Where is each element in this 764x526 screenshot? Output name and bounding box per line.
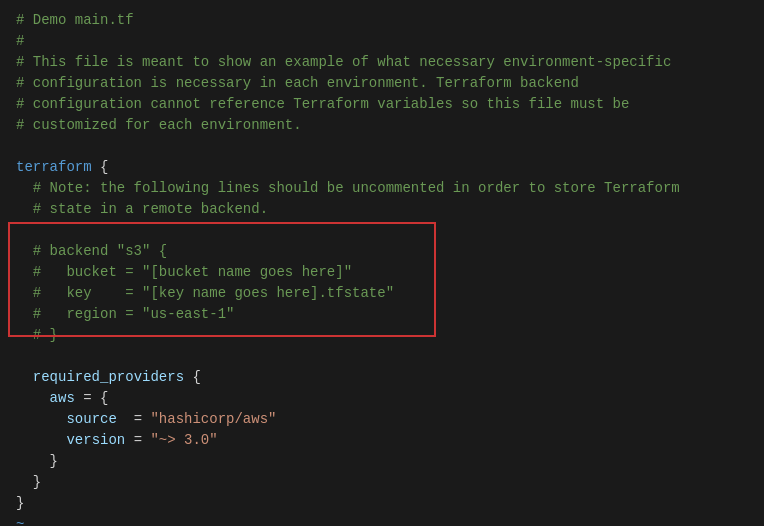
code-line-14: # key = "[key name goes here].tfstate" — [16, 283, 748, 304]
code-line-17 — [16, 346, 748, 367]
code-line-1: # Demo main.tf — [16, 10, 748, 31]
code-line-10: # state in a remote backend. — [16, 199, 748, 220]
code-line-18: required_providers { — [16, 367, 748, 388]
code-line-2: # — [16, 31, 748, 52]
code-line-8: terraform { — [16, 157, 748, 178]
code-line-9: # Note: the following lines should be un… — [16, 178, 748, 199]
code-editor: # Demo main.tf # # This file is meant to… — [0, 0, 764, 526]
code-line-16: # } — [16, 325, 748, 346]
code-line-19: aws = { — [16, 388, 748, 409]
code-line-11 — [16, 220, 748, 241]
code-line-6: # customized for each environment. — [16, 115, 748, 136]
code-line-7 — [16, 136, 748, 157]
code-line-12: # backend "s3" { — [16, 241, 748, 262]
code-line-3: # This file is meant to show an example … — [16, 52, 748, 73]
code-line-15: # region = "us-east-1" — [16, 304, 748, 325]
code-line-25: ~ — [16, 514, 748, 526]
code-line-13: # bucket = "[bucket name goes here]" — [16, 262, 748, 283]
code-line-23: } — [16, 472, 748, 493]
code-line-4: # configuration is necessary in each env… — [16, 73, 748, 94]
code-line-24: } — [16, 493, 748, 514]
code-line-5: # configuration cannot reference Terrafo… — [16, 94, 748, 115]
code-line-21: version = "~> 3.0" — [16, 430, 748, 451]
code-line-20: source = "hashicorp/aws" — [16, 409, 748, 430]
code-line-22: } — [16, 451, 748, 472]
